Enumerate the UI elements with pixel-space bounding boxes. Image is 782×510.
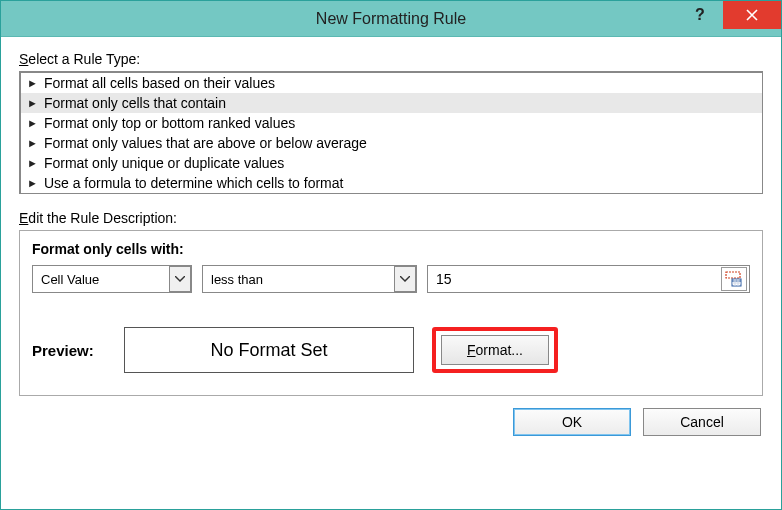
format-button[interactable]: Format... (441, 335, 549, 365)
help-button[interactable]: ? (677, 1, 723, 29)
condition-type-value: Cell Value (33, 272, 169, 287)
preview-box: No Format Set (124, 327, 414, 373)
cancel-button[interactable]: Cancel (643, 408, 761, 436)
close-icon (746, 9, 758, 21)
format-button-highlight: Format... (432, 327, 558, 373)
condition-type-combo[interactable]: Cell Value (32, 265, 192, 293)
arrow-icon: ► (27, 157, 38, 169)
chevron-down-icon[interactable] (394, 266, 416, 292)
window-title: New Formatting Rule (1, 10, 781, 28)
arrow-icon: ► (27, 177, 38, 189)
arrow-icon: ► (27, 117, 38, 129)
value-input[interactable] (428, 267, 721, 291)
format-cells-with-label: Format only cells with: (32, 241, 750, 257)
comparison-operator-value: less than (203, 272, 394, 287)
arrow-icon: ► (27, 77, 38, 89)
arrow-icon: ► (27, 137, 38, 149)
rule-description-box: Format only cells with: Cell Value less … (19, 230, 763, 396)
range-selector-icon (725, 271, 743, 287)
dialog-window: New Formatting Rule ? Select a Rule Type… (0, 0, 782, 510)
rule-type-item[interactable]: ►Use a formula to determine which cells … (21, 173, 762, 193)
preview-label: Preview: (32, 342, 124, 359)
rule-type-item[interactable]: ►Format only values that are above or be… (21, 133, 762, 153)
dialog-button-row: OK Cancel (19, 408, 763, 436)
comparison-operator-combo[interactable]: less than (202, 265, 417, 293)
value-input-container (427, 265, 750, 293)
title-bar: New Formatting Rule ? (1, 1, 781, 37)
condition-row: Cell Value less than (32, 265, 750, 293)
ok-button[interactable]: OK (513, 408, 631, 436)
arrow-icon: ► (27, 97, 38, 109)
rule-type-item[interactable]: ►Format all cells based on their values (21, 73, 762, 93)
range-selector-button[interactable] (721, 267, 747, 291)
rule-type-list[interactable]: ►Format all cells based on their values … (19, 71, 763, 194)
edit-description-label: Edit the Rule Description: (19, 210, 763, 226)
close-button[interactable] (723, 1, 781, 29)
dialog-content: Select a Rule Type: ►Format all cells ba… (1, 37, 781, 509)
select-rule-type-label: Select a Rule Type: (19, 51, 763, 67)
titlebar-controls: ? (677, 1, 781, 37)
preview-row: Preview: No Format Set Format... (32, 327, 750, 373)
rule-type-item[interactable]: ►Format only cells that contain (21, 93, 762, 113)
rule-type-item[interactable]: ►Format only top or bottom ranked values (21, 113, 762, 133)
chevron-down-icon[interactable] (169, 266, 191, 292)
rule-type-item[interactable]: ►Format only unique or duplicate values (21, 153, 762, 173)
